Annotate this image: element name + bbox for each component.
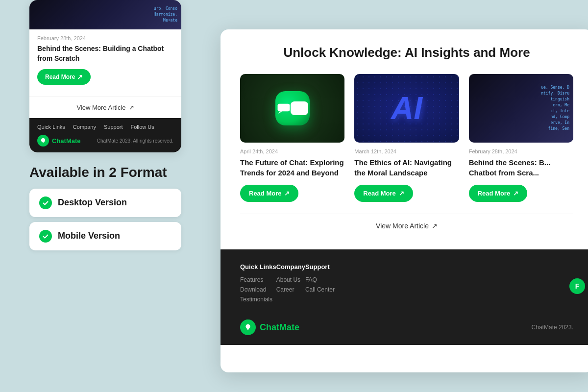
- footer-link-features[interactable]: Features: [240, 276, 276, 283]
- chatmate-name: ChatMate: [52, 137, 81, 145]
- desktop-copyright: ChatMate 2023.: [532, 324, 573, 331]
- footer-link-download[interactable]: Download: [240, 286, 276, 293]
- article-2-read-more-button[interactable]: Read More ↗: [354, 185, 413, 202]
- desktop-brand-name: ChatMate: [260, 322, 299, 333]
- arrow-icon: ↗: [399, 190, 404, 197]
- chat-bubble-icon: [275, 91, 310, 125]
- left-article-date: February 28th, 2024: [37, 35, 173, 41]
- article-3-date: February 28th, 2024: [469, 148, 573, 154]
- desktop-brand-icon: [240, 319, 256, 335]
- formats-section: Available in 2 Format Desktop Version Mo…: [29, 164, 181, 255]
- article-image-code-3: ue, Sense, Dntify, Disrutinguishern, Mec…: [469, 74, 573, 143]
- footer-col-support-heading: Support: [305, 263, 335, 270]
- footer-link-testimonials[interactable]: Testimonials: [240, 296, 276, 303]
- mobile-version-option[interactable]: Mobile Version: [29, 222, 181, 250]
- left-read-more-button[interactable]: Read More ↗: [37, 69, 91, 85]
- footer-col-company-heading: Company: [276, 263, 305, 270]
- article-2-date: March 12th, 2024: [354, 148, 459, 154]
- desktop-footer-bottom: ChatMate ChatMate 2023.: [220, 319, 588, 345]
- footer-link-faq[interactable]: FAQ: [305, 276, 335, 283]
- chatmate-logo: ChatMate: [37, 135, 81, 147]
- left-footer-copyright: ChatMate 2023. All rights reserved.: [97, 138, 173, 144]
- footer-nav-follow: Follow Us: [130, 124, 154, 130]
- desktop-version-option[interactable]: Desktop Version: [29, 189, 181, 217]
- article-1-title: The Future of Chat: Exploring Trends for…: [240, 157, 344, 178]
- chatmate-logo-icon: [37, 135, 49, 147]
- article-3-title: Behind the Scenes: B...Chatbot from Scra…: [469, 157, 573, 178]
- phone-card: urb, ConsoHarmonize,Me•ate February 28th…: [29, 0, 181, 152]
- footer-col-support: Support FAQ Call Center: [305, 263, 335, 296]
- footer-nav: Quick Links Company Support Follow Us: [37, 124, 173, 130]
- phone-footer: Quick Links Company Support Follow Us Ch…: [29, 118, 181, 152]
- article-card-2: AI March 12th, 2024 The Ethics of AI: Na…: [354, 74, 459, 202]
- article-2-title: The Ethics of AI: Navigating the Moral L…: [354, 157, 459, 178]
- arrow-icon: ↗: [513, 190, 518, 197]
- svg-point-3: [246, 324, 250, 329]
- code-snippet-3: ue, Sense, Dntify, Disrutinguishern, Mec…: [541, 85, 569, 132]
- desktop-check-icon: [39, 196, 52, 209]
- formats-title: Available in 2 Format: [29, 164, 181, 181]
- desktop-view-more-link[interactable]: View More Article ↗: [240, 214, 573, 238]
- article-card-1: April 24th, 2024 The Future of Chat: Exp…: [240, 74, 344, 202]
- article-image-code: urb, ConsoHarmonize,Me•ate: [29, 0, 181, 29]
- left-article-title: Behind the Scenes: Building a Chatbot fr…: [37, 44, 173, 63]
- article-image-ai: AI: [354, 74, 459, 143]
- right-panel: Unlock Knowledge: AI Insights and More A…: [220, 29, 588, 372]
- ai-letters-decoration: AI: [391, 90, 422, 126]
- svg-point-0: [41, 138, 45, 142]
- follow-us-badge[interactable]: F: [569, 278, 585, 294]
- footer-brand: ChatMate ChatMate 2023. All rights reser…: [37, 135, 173, 147]
- left-view-more-link[interactable]: View More Article ↗: [29, 97, 181, 118]
- footer-col-quick-links: Quick Links Features Download Testimonia…: [240, 263, 276, 306]
- arrow-icon: ↗: [432, 222, 438, 230]
- svg-marker-2: [278, 111, 282, 114]
- arrow-icon: ↗: [77, 73, 83, 81]
- phone-card-body: February 28th, 2024 Behind the Scenes: B…: [29, 29, 181, 93]
- mobile-version-label: Mobile Version: [58, 231, 120, 241]
- articles-grid: April 24th, 2024 The Future of Chat: Exp…: [240, 74, 573, 202]
- desktop-version-label: Desktop Version: [58, 197, 127, 208]
- left-panel: urb, ConsoHarmonize,Me•ate February 28th…: [29, 0, 191, 392]
- section-title: Unlock Knowledge: AI Insights and More: [240, 45, 573, 60]
- article-3-read-more-button[interactable]: Read More ↗: [469, 185, 527, 202]
- desktop-main: Unlock Knowledge: AI Insights and More A…: [220, 29, 588, 249]
- arrow-icon: ↗: [284, 190, 290, 197]
- svg-rect-1: [277, 104, 290, 112]
- code-snippet-decoration: urb, ConsoHarmonize,Me•ate: [154, 6, 177, 24]
- mobile-check-icon: [39, 230, 52, 243]
- footer-col-company: Company About Us Career: [276, 263, 305, 296]
- arrow-icon: ↗: [129, 104, 134, 111]
- desktop-footer: Quick Links Features Download Testimonia…: [220, 249, 588, 319]
- footer-nav-support: Support: [104, 124, 123, 130]
- footer-link-about[interactable]: About Us: [276, 276, 305, 283]
- article-card-3: ue, Sense, Dntify, Disrutinguishern, Mec…: [469, 74, 573, 202]
- article-1-read-more-button[interactable]: Read More ↗: [240, 185, 298, 202]
- article-image-chat: [240, 74, 344, 143]
- footer-nav-company: Company: [73, 124, 96, 130]
- footer-link-career[interactable]: Career: [276, 286, 305, 293]
- footer-nav-quick-links: Quick Links: [37, 124, 65, 130]
- desktop-brand: ChatMate: [240, 319, 299, 335]
- article-1-date: April 24th, 2024: [240, 148, 344, 154]
- footer-col-quick-links-heading: Quick Links: [240, 263, 276, 270]
- footer-link-call-center[interactable]: Call Center: [305, 286, 335, 293]
